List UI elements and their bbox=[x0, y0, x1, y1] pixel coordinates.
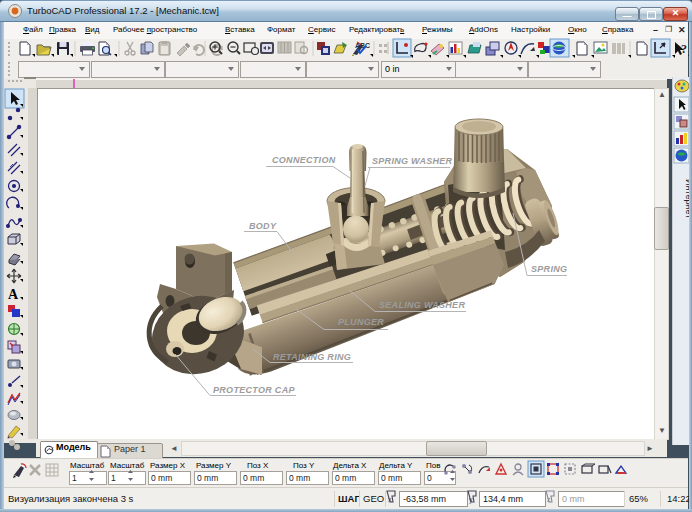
svg-text:ABC: ABC bbox=[355, 42, 370, 49]
svg-text:z: z bbox=[547, 496, 551, 503]
svg-text:y: y bbox=[469, 496, 473, 504]
svg-text:?: ? bbox=[681, 42, 687, 56]
svg-text:A: A bbox=[8, 287, 19, 302]
svg-text:x: x bbox=[388, 496, 392, 503]
